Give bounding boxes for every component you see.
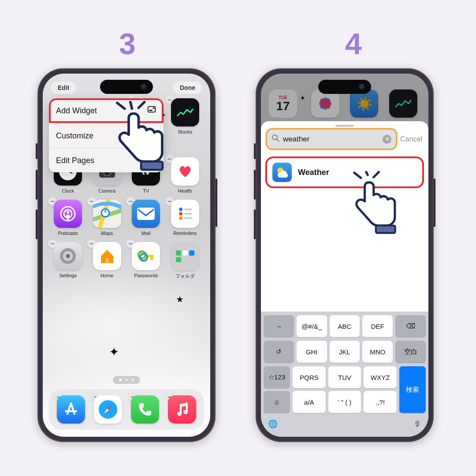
key-symbols[interactable]: @#/&_	[297, 315, 327, 337]
safari-app-icon[interactable]	[94, 395, 122, 424]
health-label: Health	[178, 188, 192, 193]
search-result-weather[interactable]: Weather	[267, 158, 422, 186]
widget-icon	[147, 104, 156, 117]
context-menu: Add Widget Customize Edit Pages	[49, 98, 164, 172]
globe-icon[interactable]: 🌐	[268, 419, 278, 429]
search-result-label: Weather	[298, 168, 329, 177]
svg-rect-27	[184, 217, 192, 219]
key-tuv[interactable]: TUV	[328, 366, 361, 388]
passwords-app-icon[interactable]	[132, 242, 160, 270]
widget-search-sheet: ✕ Cancel Weather → @#/&_ ABC DEF ⌫	[261, 121, 428, 437]
phone-app-icon[interactable]	[131, 395, 159, 424]
svg-point-26	[179, 216, 182, 220]
key-backspace[interactable]: ⌫	[395, 315, 426, 337]
home-grid: − Clock − Camera − tv TV − Healt	[43, 157, 210, 279]
key-def[interactable]: DEF	[362, 315, 393, 337]
sparkle-icon: ★	[176, 294, 184, 305]
key-next[interactable]: →	[264, 315, 294, 337]
svg-rect-7	[152, 156, 156, 162]
podcasts-app-icon[interactable]	[54, 200, 82, 228]
svg-point-24	[179, 212, 182, 216]
mail-app-icon[interactable]	[132, 200, 160, 228]
settings-app-icon[interactable]	[54, 242, 82, 270]
passwords-label: Passwords	[134, 273, 158, 278]
phone-frame-3: Edit Done − ☀️ Weather − Stocks Add Widg…	[37, 68, 216, 442]
key-space[interactable]: 空白	[395, 341, 426, 363]
stocks-app-icon[interactable]	[171, 98, 199, 126]
sheet-grabber[interactable]	[335, 125, 354, 127]
key-undo[interactable]: ↺	[264, 341, 294, 363]
camera-label: Camera	[98, 188, 115, 193]
clear-icon[interactable]: ✕	[383, 135, 391, 144]
maps-label: Maps	[101, 231, 113, 236]
dynamic-island	[100, 80, 153, 94]
search-field[interactable]: ✕	[267, 130, 396, 149]
key-punct[interactable]: .,?!	[364, 391, 397, 413]
svg-rect-21	[137, 208, 155, 220]
podcasts-label: Podcasts	[58, 231, 78, 236]
sparkle-icon: ✦	[109, 345, 119, 359]
tv-label: TV	[143, 188, 149, 193]
key-wxyz[interactable]: WXYZ	[364, 366, 397, 388]
home-app-icon[interactable]	[93, 242, 121, 270]
keyboard: → @#/&_ ABC DEF ⌫ ↺ GHI JKL MNO 空白 ☆123 …	[261, 312, 428, 437]
customize-icon	[148, 130, 156, 142]
settings-label: Settings	[59, 273, 77, 278]
weather-result-icon	[272, 163, 292, 182]
health-app-icon[interactable]	[171, 157, 199, 186]
svg-rect-5	[151, 134, 153, 135]
maps-app-icon[interactable]	[93, 200, 121, 228]
key-abc[interactable]: ABC	[330, 315, 360, 337]
svg-rect-23	[184, 208, 192, 210]
reminders-app-icon[interactable]	[171, 200, 199, 228]
phone-frame-4: TUE 17 ☀️	[256, 68, 434, 442]
key-pqrs[interactable]: PQRS	[293, 366, 326, 388]
svg-point-22	[179, 208, 182, 211]
add-widget-label: Add Widget	[56, 106, 97, 115]
svg-rect-34	[151, 255, 153, 260]
svg-rect-25	[184, 213, 192, 215]
svg-line-52	[277, 139, 279, 141]
step-number-3: 3	[119, 26, 136, 61]
reminders-label: Reminders	[173, 231, 197, 236]
screen-4: TUE 17 ☀️	[261, 74, 428, 437]
key-ghi[interactable]: GHI	[297, 341, 327, 363]
stocks-label: Stocks	[178, 129, 192, 134]
key-123[interactable]: ☆123	[264, 366, 290, 388]
customize-item[interactable]: Customize	[49, 123, 164, 149]
folder-icon[interactable]	[171, 242, 199, 270]
screen-3: Edit Done − ☀️ Weather − Stocks Add Widg…	[43, 74, 210, 437]
key-emoji[interactable]: ☺	[264, 391, 290, 413]
svg-point-18	[67, 211, 69, 214]
key-quotes[interactable]: ' " ( )	[328, 391, 361, 413]
music-app-icon[interactable]	[168, 395, 196, 424]
key-mno[interactable]: MNO	[362, 341, 393, 363]
dock: − − − −	[49, 389, 204, 430]
svg-point-30	[66, 254, 70, 258]
appstore-app-icon[interactable]	[57, 395, 85, 424]
search-icon	[271, 134, 279, 144]
home-label: Home	[100, 273, 113, 278]
svg-rect-6	[147, 156, 151, 162]
dynamic-island	[318, 80, 371, 94]
svg-rect-0	[148, 107, 156, 112]
cancel-button[interactable]: Cancel	[400, 135, 422, 143]
edit-pages-item[interactable]: Edit Pages	[49, 149, 164, 172]
mic-icon[interactable]: 🎙	[413, 420, 421, 429]
svg-rect-31	[105, 258, 109, 263]
key-search[interactable]: 検索	[399, 366, 426, 413]
step-number-4: 4	[345, 26, 362, 61]
folder-label: フォルダ	[175, 273, 195, 279]
clock-label: Clock	[62, 188, 74, 193]
search-input[interactable]	[283, 135, 379, 144]
edit-button[interactable]: Edit	[51, 82, 76, 94]
add-widget-item[interactable]: Add Widget	[49, 98, 164, 123]
key-case[interactable]: a/A	[293, 391, 326, 413]
key-jkl[interactable]: JKL	[330, 341, 360, 363]
mail-label: Mail	[141, 231, 150, 236]
svg-rect-2	[149, 110, 152, 111]
page-indicator[interactable]	[113, 376, 140, 384]
done-button[interactable]: Done	[173, 82, 202, 94]
edit-pages-icon	[147, 155, 156, 166]
edit-pages-label: Edit Pages	[56, 156, 94, 165]
